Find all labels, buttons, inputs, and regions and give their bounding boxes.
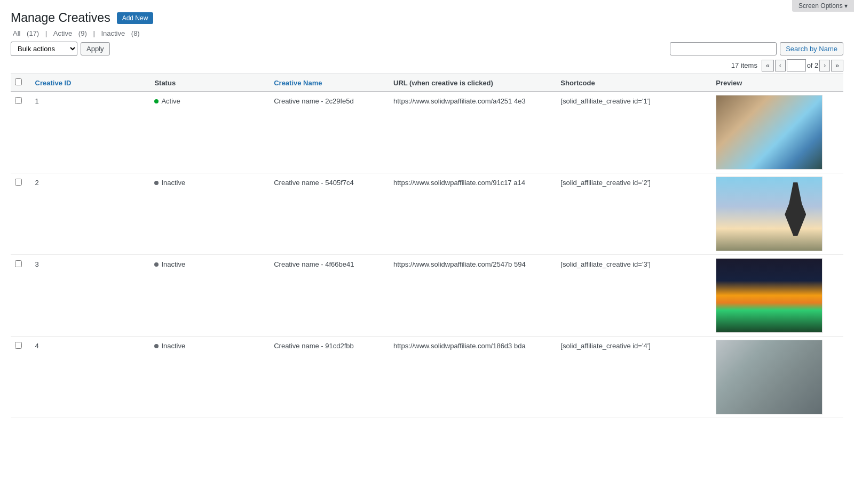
filter-inactive-link[interactable]: Inactive (8) xyxy=(99,29,141,37)
td-url: https://www.solidwpaffiliate.com/2547b 5… xyxy=(387,255,554,337)
td-shortcode: [solid_affiliate_creative id='3'] xyxy=(554,255,709,337)
td-id: 3 xyxy=(29,255,148,337)
last-page-button[interactable]: » xyxy=(831,60,843,71)
td-status: Active xyxy=(148,92,267,173)
search-input[interactable] xyxy=(670,42,777,55)
table-row: 4InactiveCreative name - 91cd2fbbhttps:/… xyxy=(11,337,843,418)
td-check xyxy=(11,92,29,173)
th-status: Status xyxy=(148,74,267,92)
items-count: 17 items xyxy=(731,61,757,69)
td-status: Inactive xyxy=(148,255,267,337)
tablenav-left: Bulk actions Apply xyxy=(11,42,110,56)
filter-all-link[interactable]: All (17) xyxy=(11,29,43,37)
filter-links: All (17) | Active (9) | Inactive (8) xyxy=(11,29,843,37)
page-total: of 2 xyxy=(807,61,819,69)
active-status-dot xyxy=(154,99,159,103)
td-check xyxy=(11,173,29,255)
th-creative-id: Creative ID xyxy=(29,74,148,92)
preview-image xyxy=(716,95,823,170)
inactive-status-dot xyxy=(154,181,159,185)
pagination: « ‹ 1 of 2 › » xyxy=(762,59,843,71)
bulk-actions-select[interactable]: Bulk actions xyxy=(11,42,77,56)
pagination-wrap: 17 items « ‹ 1 of 2 › » xyxy=(11,59,843,71)
td-status: Inactive xyxy=(148,337,267,418)
table-body: 1ActiveCreative name - 2c29fe5dhttps://w… xyxy=(11,92,843,418)
row-checkbox[interactable] xyxy=(15,97,22,104)
td-creative-name: Creative name - 5405f7c4 xyxy=(267,173,387,255)
td-shortcode: [solid_affiliate_creative id='1'] xyxy=(554,92,709,173)
status-label: Inactive xyxy=(161,260,185,268)
prev-page-button[interactable]: ‹ xyxy=(775,60,786,71)
td-url: https://www.solidwpaffiliate.com/186d3 b… xyxy=(387,337,554,418)
search-wrap: Search by Name xyxy=(670,42,843,55)
tablenav-top: Bulk actions Apply Search by Name xyxy=(11,42,843,56)
page-title: Manage Creatives xyxy=(11,11,110,25)
th-check xyxy=(11,74,29,92)
first-page-button[interactable]: « xyxy=(762,60,774,71)
table-row: 1ActiveCreative name - 2c29fe5dhttps://w… xyxy=(11,92,843,173)
td-creative-name: Creative name - 2c29fe5d xyxy=(267,92,387,173)
td-id: 1 xyxy=(29,92,148,173)
status-label: Inactive xyxy=(161,342,185,350)
search-by-name-button[interactable]: Search by Name xyxy=(780,42,843,55)
td-url: https://www.solidwpaffiliate.com/a4251 4… xyxy=(387,92,554,173)
sort-by-name-link[interactable]: Creative Name xyxy=(274,79,322,87)
table-row: 2InactiveCreative name - 5405f7c4https:/… xyxy=(11,173,843,255)
page-wrapper: Screen Options Manage Creatives Add New … xyxy=(0,0,854,504)
current-page-input[interactable]: 1 xyxy=(787,59,806,71)
status-label: Active xyxy=(161,97,180,105)
th-url: URL (when creative is clicked) xyxy=(387,74,554,92)
td-preview xyxy=(709,255,843,337)
td-id: 4 xyxy=(29,337,148,418)
next-page-button[interactable]: › xyxy=(819,60,830,71)
td-id: 2 xyxy=(29,173,148,255)
row-checkbox[interactable] xyxy=(15,179,22,186)
th-shortcode: Shortcode xyxy=(554,74,709,92)
apply-button[interactable]: Apply xyxy=(81,42,110,55)
td-preview xyxy=(709,92,843,173)
td-url: https://www.solidwpaffiliate.com/91c17 a… xyxy=(387,173,554,255)
td-creative-name: Creative name - 4f66be41 xyxy=(267,255,387,337)
td-shortcode: [solid_affiliate_creative id='4'] xyxy=(554,337,709,418)
status-label: Inactive xyxy=(161,179,185,187)
td-shortcode: [solid_affiliate_creative id='2'] xyxy=(554,173,709,255)
th-creative-name: Creative Name xyxy=(267,74,387,92)
add-new-button[interactable]: Add New xyxy=(117,12,154,24)
th-preview: Preview xyxy=(709,74,843,92)
td-preview xyxy=(709,173,843,255)
creatives-table: Creative ID Status Creative Name URL (wh… xyxy=(11,74,843,418)
td-check xyxy=(11,255,29,337)
row-checkbox[interactable] xyxy=(15,342,22,349)
row-checkbox[interactable] xyxy=(15,260,22,267)
td-creative-name: Creative name - 91cd2fbb xyxy=(267,337,387,418)
page-title-wrap: Manage Creatives Add New xyxy=(11,11,843,25)
td-check xyxy=(11,337,29,418)
table-row: 3InactiveCreative name - 4f66be41https:/… xyxy=(11,255,843,337)
inactive-status-dot xyxy=(154,262,159,267)
select-all-checkbox[interactable] xyxy=(15,78,22,85)
table-header-row: Creative ID Status Creative Name URL (wh… xyxy=(11,74,843,92)
td-preview xyxy=(709,337,843,418)
sort-by-id-link[interactable]: Creative ID xyxy=(35,79,72,87)
inactive-status-dot xyxy=(154,344,159,348)
screen-options-button[interactable]: Screen Options xyxy=(792,0,854,12)
filter-active-link[interactable]: Active (9) xyxy=(51,29,91,37)
td-status: Inactive xyxy=(148,173,267,255)
preview-image xyxy=(716,340,823,414)
preview-image xyxy=(716,258,823,333)
preview-image xyxy=(716,177,823,251)
